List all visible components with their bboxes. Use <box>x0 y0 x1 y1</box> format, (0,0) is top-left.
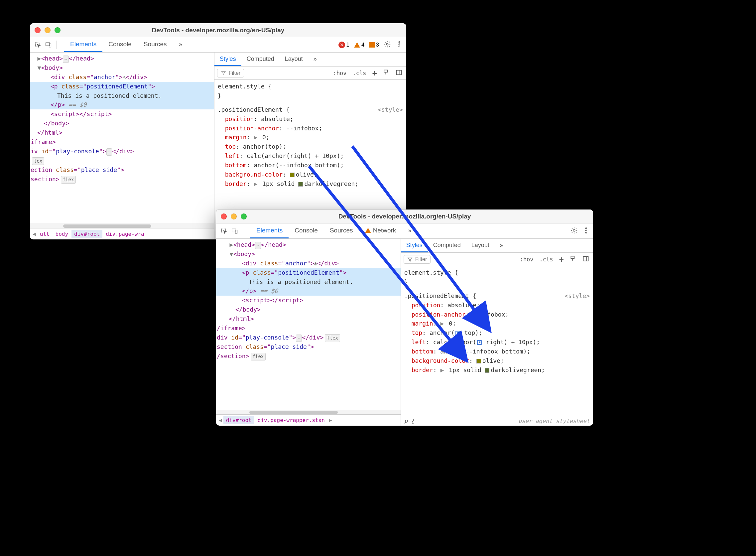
more-tabs-icon[interactable]: » <box>173 37 188 52</box>
devtools-window-1: DevTools - developer.mozilla.org/en-US/p… <box>30 23 406 239</box>
svg-rect-2 <box>49 43 51 47</box>
inspect-element-icon[interactable] <box>219 227 229 236</box>
styles-rules[interactable]: element.style { } .positionedElement { <… <box>214 80 406 230</box>
horizontal-scrollbar[interactable] <box>30 223 214 228</box>
filter-input[interactable]: Filter <box>404 255 431 264</box>
titlebar: DevTools - developer.mozilla.org/en-US/p… <box>216 209 593 223</box>
breadcrumb-nav-right[interactable]: ▶ <box>328 417 333 423</box>
crumb[interactable]: ult <box>37 230 52 238</box>
breadcrumb: ◀ ult body div#root div.page-wra <box>30 228 214 239</box>
tab-sources[interactable]: Sources <box>138 37 173 52</box>
breadcrumb-nav-left[interactable]: ◀ <box>218 417 223 423</box>
crumb[interactable]: div#root <box>223 416 254 424</box>
issues-count[interactable]: 3 <box>369 42 379 48</box>
brace: } <box>404 277 590 287</box>
svg-point-15 <box>585 232 587 234</box>
more-icon[interactable] <box>582 227 590 235</box>
anchor-link-icon[interactable] <box>455 330 461 336</box>
panel-icon[interactable] <box>394 69 404 78</box>
anchor-link-icon[interactable] <box>476 340 482 346</box>
brush-icon[interactable] <box>569 255 578 264</box>
toolbar-right: ✕1 4 3 <box>338 41 403 49</box>
svg-rect-8 <box>397 70 402 74</box>
svg-point-14 <box>585 230 587 231</box>
hov-toggle[interactable]: :hov <box>518 255 535 264</box>
tab-console[interactable]: Console <box>289 223 324 238</box>
errors-count[interactable]: ✕1 <box>338 42 350 48</box>
brush-icon[interactable] <box>382 69 391 78</box>
settings-icon[interactable] <box>571 227 578 235</box>
svg-point-4 <box>399 42 400 43</box>
flex-badge[interactable]: flex <box>61 176 76 184</box>
svg-point-6 <box>399 46 400 47</box>
errors-number: 1 <box>347 42 350 48</box>
tab-styles[interactable]: Styles <box>401 239 428 252</box>
dom-tree[interactable]: ▶<head>⋯</head> ▼<body> <div class="anch… <box>216 239 401 410</box>
filter-input[interactable]: Filter <box>217 69 244 77</box>
tab-network[interactable]: Network <box>359 223 402 238</box>
flex-badge[interactable]: flex <box>325 334 340 342</box>
more-tabs-icon[interactable]: » <box>308 53 322 66</box>
more-tabs-icon[interactable]: » <box>495 239 509 252</box>
style-source-link[interactable]: <style> <box>565 291 590 301</box>
tab-layout[interactable]: Layout <box>466 239 495 252</box>
settings-icon[interactable] <box>384 41 391 49</box>
color-swatch[interactable] <box>290 173 294 177</box>
color-swatch[interactable] <box>485 368 490 373</box>
new-style-icon[interactable]: + <box>371 68 378 78</box>
crumb[interactable]: div#root <box>71 230 102 238</box>
dom-tree[interactable]: ▶<head>⋯</head> ▼<body> <div class="anch… <box>30 53 214 223</box>
styles-pane: Styles Computed Layout » Filter :hov .cl… <box>401 239 593 426</box>
new-style-icon[interactable]: + <box>558 254 565 265</box>
expand-shorthand-icon[interactable]: ▶ <box>440 320 444 327</box>
breadcrumb: ◀ div#root div.page-wrapper.stan ▶ <box>216 414 401 426</box>
hov-toggle[interactable]: :hov <box>332 69 348 77</box>
warnings-count[interactable]: 4 <box>354 42 364 48</box>
flex-badge[interactable]: flex <box>251 353 266 361</box>
tab-elements[interactable]: Elements <box>64 37 102 52</box>
device-toolbar-icon[interactable] <box>230 227 239 236</box>
crumb[interactable]: body <box>53 230 71 238</box>
expand-shorthand-icon[interactable]: ▶ <box>440 367 444 374</box>
inspect-element-icon[interactable] <box>33 40 42 49</box>
svg-rect-7 <box>384 70 387 72</box>
flex-badge[interactable]: lex <box>32 157 44 165</box>
element-style-header: element.style { <box>404 268 590 277</box>
rule-header: .positionedElement { <style> <box>218 105 403 114</box>
elements-pane: ▶<head>⋯</head> ▼<body> <div class="anch… <box>30 53 214 239</box>
cls-toggle[interactable]: .cls <box>538 255 554 264</box>
ua-stylesheet-label: user agent stylesheet <box>518 418 590 424</box>
expand-shorthand-icon[interactable]: ▶ <box>254 180 257 187</box>
tab-computed[interactable]: Computed <box>428 239 466 252</box>
color-swatch[interactable] <box>476 359 481 363</box>
tab-console[interactable]: Console <box>102 37 138 52</box>
svg-point-12 <box>573 230 575 232</box>
svg-point-3 <box>386 43 388 45</box>
filter-bar: Filter :hov .cls + <box>214 67 406 80</box>
bottom-rule: p { user agent stylesheet <box>401 416 593 426</box>
tab-computed[interactable]: Computed <box>241 53 280 66</box>
svg-point-5 <box>399 43 400 45</box>
style-source-link[interactable]: <style> <box>378 105 403 114</box>
tab-styles[interactable]: Styles <box>214 53 241 66</box>
breadcrumb-nav-left[interactable]: ◀ <box>32 231 37 237</box>
horizontal-scrollbar[interactable] <box>216 410 401 414</box>
expand-shorthand-icon[interactable]: ▶ <box>254 134 257 141</box>
more-icon[interactable] <box>396 41 403 49</box>
issues-number: 3 <box>376 42 379 48</box>
tab-sources[interactable]: Sources <box>324 223 359 238</box>
tab-elements[interactable]: Elements <box>250 223 289 238</box>
styles-rules[interactable]: element.style { } .positionedElement { <… <box>401 266 593 416</box>
cls-toggle[interactable]: .cls <box>351 69 368 77</box>
device-toolbar-icon[interactable] <box>44 40 53 49</box>
crumb[interactable]: div.page-wra <box>103 230 147 238</box>
panel-icon[interactable] <box>581 255 590 264</box>
side-tabs: Styles Computed Layout » <box>214 53 406 67</box>
color-swatch[interactable] <box>298 182 303 186</box>
filter-icon <box>407 257 412 262</box>
tab-layout[interactable]: Layout <box>280 53 308 66</box>
more-tabs-icon[interactable]: » <box>402 223 418 238</box>
filter-placeholder: Filter <box>229 70 241 76</box>
window-title: DevTools - developer.mozilla.org/en-US/p… <box>216 213 593 220</box>
crumb[interactable]: div.page-wrapper.stan <box>255 416 327 424</box>
